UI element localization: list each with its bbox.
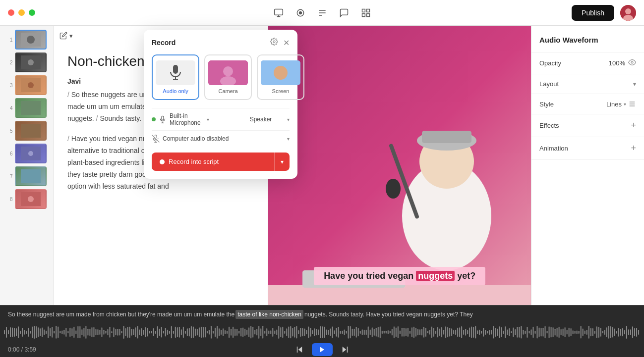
modal-settings-button[interactable] <box>270 38 278 48</box>
svg-rect-143 <box>219 329 220 337</box>
modal-header-icons: ✕ <box>270 38 290 48</box>
record-icon[interactable] <box>295 8 305 18</box>
svg-rect-312 <box>555 329 556 336</box>
list-item[interactable]: 2 <box>7 52 47 72</box>
screen-option[interactable]: Screen <box>257 54 304 100</box>
svg-rect-46 <box>26 331 27 334</box>
svg-rect-60 <box>54 331 55 334</box>
audio-only-option[interactable]: Audio only <box>152 54 199 100</box>
svg-rect-111 <box>155 331 156 334</box>
svg-rect-37 <box>8 330 9 335</box>
maximize-dot[interactable] <box>29 9 35 16</box>
svg-rect-134 <box>201 327 202 338</box>
svg-rect-316 <box>563 329 564 336</box>
svg-point-28 <box>386 179 401 199</box>
avatar[interactable] <box>620 5 636 21</box>
svg-rect-96 <box>125 329 126 337</box>
record-into-script-button[interactable]: Record into script <box>152 153 274 171</box>
microphone-selector[interactable]: Built-in Microphone ▾ Speaker ▾ <box>152 108 290 130</box>
svg-rect-211 <box>354 329 355 336</box>
publish-button[interactable]: Publish <box>572 5 614 21</box>
skip-forward-button[interactable] <box>341 345 350 354</box>
svg-rect-86 <box>105 331 106 334</box>
svg-rect-243 <box>417 329 418 335</box>
svg-rect-39 <box>12 328 13 337</box>
svg-rect-56 <box>46 331 47 334</box>
slide-thumb[interactable] <box>15 121 47 141</box>
svg-rect-47 <box>28 328 29 337</box>
slide-thumb[interactable] <box>15 189 47 209</box>
slide-thumb[interactable] <box>15 52 47 72</box>
svg-rect-79 <box>91 327 92 337</box>
layout-row[interactable]: Layout ▾ <box>531 74 644 94</box>
svg-rect-336 <box>602 331 603 333</box>
svg-rect-170 <box>272 328 273 337</box>
svg-rect-161 <box>254 330 255 335</box>
svg-rect-136 <box>205 327 206 338</box>
svg-rect-305 <box>541 328 542 337</box>
slide-thumb[interactable] <box>15 144 47 163</box>
slides-panel: 1 2 3 4 <box>0 26 54 305</box>
window-controls <box>8 9 35 16</box>
list-item[interactable]: 5 <box>7 121 47 141</box>
svg-rect-254 <box>439 329 440 336</box>
comment-icon[interactable] <box>339 8 349 18</box>
camera-option[interactable]: Camera <box>204 54 252 100</box>
svg-rect-302 <box>535 331 536 334</box>
list-item[interactable]: 3 <box>7 75 47 95</box>
style-value[interactable]: Lines ▾ <box>606 100 636 108</box>
add-effect-button[interactable]: + <box>631 120 636 131</box>
svg-rect-89 <box>112 331 113 333</box>
svg-rect-261 <box>453 330 454 334</box>
svg-rect-235 <box>402 328 403 337</box>
svg-rect-53 <box>40 329 41 336</box>
record-dropdown-button[interactable]: ▾ <box>274 153 290 171</box>
svg-rect-35 <box>4 330 5 334</box>
slide-thumb[interactable] <box>15 166 47 186</box>
present-icon[interactable] <box>274 8 284 18</box>
svg-rect-248 <box>427 331 428 334</box>
close-dot[interactable] <box>8 9 14 16</box>
svg-rect-58 <box>50 328 51 336</box>
adjust-icon[interactable] <box>628 100 636 108</box>
svg-rect-311 <box>553 327 554 337</box>
svg-rect-172 <box>276 330 277 335</box>
svg-rect-291 <box>513 328 514 337</box>
computer-audio-label: Computer audio disabled <box>163 135 284 142</box>
add-animation-button[interactable]: + <box>631 143 636 153</box>
list-item[interactable]: 8 <box>7 189 47 209</box>
svg-rect-300 <box>530 330 531 336</box>
svg-rect-208 <box>348 326 349 339</box>
minimize-dot[interactable] <box>18 9 25 16</box>
play-button[interactable] <box>312 343 333 356</box>
svg-rect-52 <box>38 328 39 337</box>
slide-thumb[interactable] <box>15 75 47 95</box>
svg-rect-287 <box>505 327 506 338</box>
computer-audio-row[interactable]: Computer audio disabled ▾ <box>152 130 290 147</box>
edit-icon[interactable]: ▾ <box>59 32 73 40</box>
svg-rect-196 <box>324 327 325 338</box>
svg-rect-298 <box>527 327 527 338</box>
text-icon[interactable] <box>317 8 327 18</box>
svg-rect-62 <box>58 327 59 338</box>
grid-icon[interactable] <box>361 8 371 18</box>
list-item[interactable]: 6 <box>7 144 47 163</box>
eye-icon[interactable] <box>628 58 636 68</box>
svg-point-8 <box>625 8 631 14</box>
modal-close-button[interactable]: ✕ <box>283 38 290 48</box>
list-item[interactable]: 1 <box>7 30 47 50</box>
camera-thumb <box>208 60 248 85</box>
svg-rect-216 <box>364 330 365 335</box>
svg-rect-70 <box>73 327 74 338</box>
list-item[interactable]: 7 <box>7 166 47 186</box>
svg-rect-125 <box>183 327 184 338</box>
skip-back-button[interactable] <box>295 345 304 354</box>
slide-thumb[interactable] <box>15 30 47 50</box>
svg-rect-195 <box>322 327 323 338</box>
effects-label: Effects <box>539 122 559 129</box>
svg-rect-278 <box>487 331 488 334</box>
svg-rect-272 <box>475 326 476 339</box>
svg-point-366 <box>220 76 236 85</box>
list-item[interactable]: 4 <box>7 98 47 118</box>
slide-thumb[interactable] <box>15 98 47 118</box>
